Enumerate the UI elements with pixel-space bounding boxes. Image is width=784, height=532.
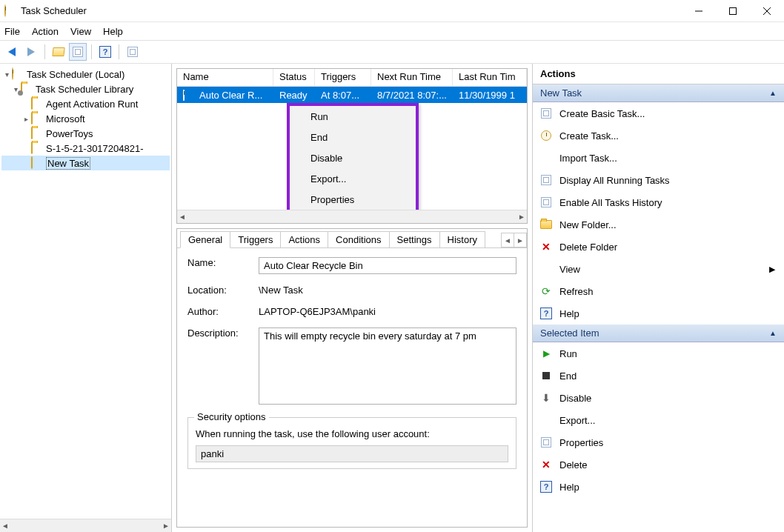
run-icon: ▶	[540, 348, 552, 359]
tab-history[interactable]: History	[439, 231, 485, 247]
action-help[interactable]: ? Help	[533, 302, 784, 325]
tree-item-selected[interactable]: New Task	[1, 156, 170, 170]
label-author: Author:	[187, 306, 259, 317]
tree-item[interactable]: Agent Activation Runt	[1, 96, 170, 111]
tab-nav: ◄ ►	[502, 233, 527, 247]
app-icon	[4, 5, 16, 17]
context-disable[interactable]: Disable	[290, 147, 416, 168]
task-list-header: Name Status Triggers Next Run Time Last …	[177, 69, 527, 87]
forward-button[interactable]	[22, 43, 40, 61]
show-hide-tree-button[interactable]	[69, 43, 87, 61]
column-next-run[interactable]: Next Run Time	[371, 69, 453, 86]
action-view[interactable]: View ▶	[533, 258, 784, 280]
tab-general[interactable]: General	[180, 231, 230, 248]
center-pane: Name Status Triggers Next Run Time Last …	[172, 64, 532, 532]
input-name[interactable]	[259, 257, 516, 274]
action-display-running[interactable]: Display All Running Tasks	[533, 169, 784, 191]
properties-icon	[540, 436, 552, 448]
tab-actions[interactable]: Actions	[280, 231, 328, 247]
tabs: General Triggers Actions Conditions Sett…	[177, 229, 527, 248]
window-title: Task Scheduler	[21, 5, 682, 16]
help-button[interactable]: ?	[96, 43, 114, 61]
tree-root[interactable]: ▾ Task Scheduler (Local)	[1, 67, 170, 82]
close-button[interactable]	[750, 0, 784, 22]
security-options: Security options When running the task, …	[187, 417, 516, 469]
action-export[interactable]: Export...	[533, 409, 784, 431]
column-last-run[interactable]: Last Run Tim	[453, 69, 527, 86]
stop-icon	[540, 370, 552, 382]
toolbar-separator	[91, 44, 92, 59]
tree-root-label: Task Scheduler (Local)	[27, 69, 124, 80]
tree-item[interactable]: ▸ Microsoft	[1, 111, 170, 126]
context-export[interactable]: Export...	[290, 168, 416, 189]
label-description: Description:	[187, 327, 259, 339]
tab-settings[interactable]: Settings	[389, 231, 440, 247]
column-triggers[interactable]: Triggers	[315, 69, 371, 86]
task-list-scrollbar[interactable]: ◄ ►	[177, 210, 527, 223]
cell-triggers: At 8:07...	[315, 90, 371, 101]
input-description[interactable]: This will empty recycle bin every saturd…	[259, 327, 516, 405]
toolbar-separator	[44, 44, 45, 59]
folder-icon	[31, 127, 43, 139]
context-end[interactable]: End	[290, 127, 416, 147]
tree-item[interactable]: PowerToys	[1, 126, 170, 141]
back-button[interactable]	[3, 43, 21, 61]
action-create-task[interactable]: Create Task...	[533, 124, 784, 147]
tab-triggers[interactable]: Triggers	[230, 231, 281, 247]
action-run[interactable]: ▶ Run	[533, 342, 784, 365]
tree-library[interactable]: ▾ Task Scheduler Library	[1, 82, 170, 96]
menu-file[interactable]: File	[4, 26, 20, 37]
cell-last: 11/30/1999 1	[453, 90, 527, 101]
collapse-caret-icon: ▲	[769, 89, 777, 97]
menu-view[interactable]: View	[70, 26, 91, 37]
action-help-2[interactable]: ? Help	[533, 476, 784, 498]
action-delete-folder[interactable]: ✕ Delete Folder	[533, 236, 784, 258]
collapse-icon[interactable]: ▾	[1, 70, 12, 79]
action-enable-history[interactable]: Enable All Tasks History	[533, 191, 784, 213]
refresh-button[interactable]	[124, 43, 142, 61]
scroll-right-icon[interactable]: ►	[518, 213, 525, 221]
action-delete[interactable]: ✕ Delete	[533, 453, 784, 476]
import-icon	[540, 152, 552, 164]
value-location: \New Task	[259, 285, 516, 296]
task-row-selected[interactable]: Auto Clear R... Ready At 8:07... 8/7/202…	[177, 87, 527, 103]
action-import-task[interactable]: Import Task...	[533, 147, 784, 169]
minimize-button[interactable]	[682, 0, 716, 22]
security-user: panki	[196, 445, 508, 462]
actions-title: Actions	[533, 64, 784, 84]
scroll-left-icon[interactable]: ◄	[179, 213, 186, 221]
tab-scroll-left[interactable]: ◄	[501, 233, 514, 247]
task-icon	[177, 90, 193, 101]
tree-item[interactable]: S-1-5-21-3017204821-	[1, 141, 170, 156]
menu-action[interactable]: Action	[32, 26, 59, 37]
action-end[interactable]: End	[533, 365, 784, 387]
action-refresh[interactable]: ⟳ Refresh	[533, 280, 784, 302]
tree-scrollbar[interactable]: ◄ ►	[0, 519, 171, 532]
column-name[interactable]: Name	[177, 69, 273, 86]
maximize-button[interactable]	[716, 0, 750, 22]
expand-icon[interactable]: ▸	[21, 115, 31, 123]
svg-rect-1	[730, 7, 737, 14]
tree-item-label: New Task	[46, 157, 90, 170]
actions-group-selected[interactable]: Selected Item ▲	[533, 325, 784, 342]
actions-group-newtask[interactable]: New Task ▲	[533, 84, 784, 102]
actions-pane: Actions New Task ▲ Create Basic Task... …	[532, 64, 784, 532]
action-properties[interactable]: Properties	[533, 431, 784, 453]
cell-status: Ready	[273, 90, 315, 101]
folder-icon	[31, 98, 43, 110]
context-properties[interactable]: Properties	[290, 189, 416, 210]
action-disable[interactable]: ⬇ Disable	[533, 387, 784, 409]
group-label: Selected Item	[540, 327, 599, 339]
help-icon: ?	[540, 307, 552, 319]
tab-scroll-right[interactable]: ►	[514, 233, 527, 247]
scroll-right-icon[interactable]: ►	[162, 522, 170, 530]
column-status[interactable]: Status	[273, 69, 315, 86]
scroll-left-icon[interactable]: ◄	[1, 522, 9, 530]
menu-help[interactable]: Help	[103, 26, 123, 37]
up-folder-button[interactable]	[50, 43, 67, 61]
context-run[interactable]: Run	[290, 106, 416, 127]
tab-conditions[interactable]: Conditions	[328, 231, 389, 247]
action-new-folder[interactable]: New Folder...	[533, 213, 784, 236]
history-icon	[540, 196, 552, 208]
action-create-basic[interactable]: Create Basic Task...	[533, 102, 784, 124]
